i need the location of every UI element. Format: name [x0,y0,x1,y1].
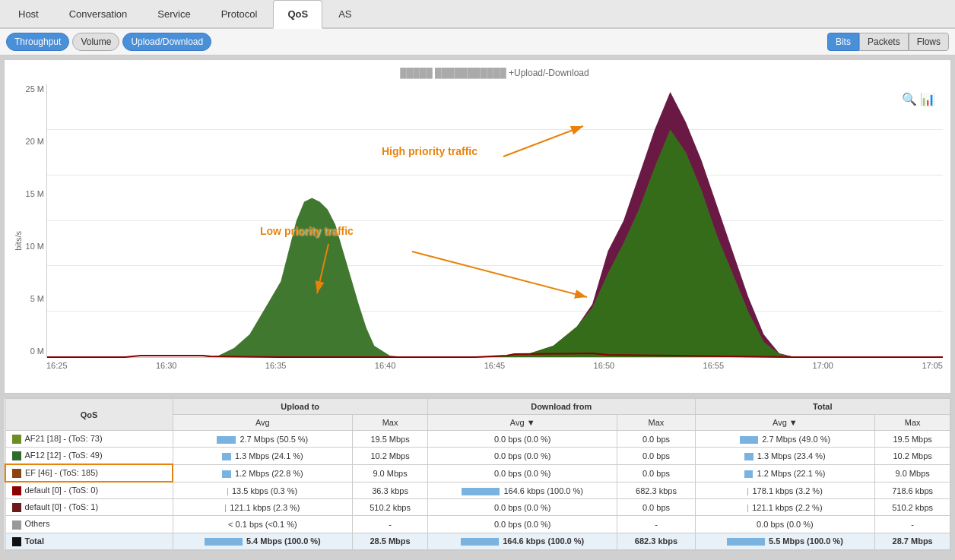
download-max-cell: 0.0 bps [617,499,695,516]
download-max-cell: 682.3 kbps [617,482,695,499]
flows-button[interactable]: Flows [909,33,949,51]
default-traffic-line [47,353,943,357]
qos-label-cell: default [0] - (ToS: 0) [5,482,173,499]
total-bar [744,453,754,460]
upload-avg-cell: 121.1 kbps (2.3 %) [173,499,353,516]
color-swatch [12,486,21,495]
tab-conversation[interactable]: Conversation [55,0,142,27]
x-label-1630: 16:30 [156,361,177,370]
throughput-button[interactable]: Throughput [6,33,69,51]
packets-button[interactable]: Packets [859,33,909,51]
upload-max-cell: 19.5 Mbps [353,431,428,448]
total-max-cell: 28.7 Mbps [875,533,950,549]
upload-avg-cell: 1.2 Mbps (22.8 %) [173,464,353,482]
total-bar [747,505,748,512]
upload-bar [205,538,243,546]
upload-max-cell: 36.3 kbps [353,482,428,499]
table-row[interactable]: AF21 [18] - (ToS: 73)2.7 Mbps (50.5 %)19… [5,431,950,448]
x-label-1640: 16:40 [375,361,396,370]
bits-button[interactable]: Bits [827,33,859,51]
download-bar [462,488,500,495]
total-max-cell: 10.2 Mbps [875,448,950,465]
upload-bar [222,453,231,460]
qos-row-label: default [0] - (ToS: 0) [25,486,99,495]
upload-header: Upload to [173,399,427,415]
upload-bar [227,488,228,495]
total-avg-cell: 121.1 kbps (2.2 %) [695,499,875,516]
x-label-1635: 16:35 [265,361,287,370]
color-swatch [12,451,21,460]
qos-row-label: EF [46] - (ToS: 185) [25,468,98,477]
x-label-1650: 16:50 [594,361,615,370]
y-label-0: 0 M [8,346,44,356]
total-avg-cell: 2.7 Mbps (49.0 %) [695,431,875,448]
x-label-1645: 16:45 [484,361,506,370]
y-label-15: 15 M [8,189,44,198]
af12-area [47,130,943,357]
download-header: Download from [427,399,695,415]
total-max-header: Max [875,415,950,431]
total-header: Total [695,399,950,415]
qos-label-cell: default [0] - (ToS: 1) [5,499,173,516]
table-row[interactable]: AF12 [12] - (ToS: 49)1.3 Mbps (24.1 %)10… [5,448,950,465]
x-label-1625: 16:25 [46,361,68,370]
color-swatch [12,435,21,444]
table-row[interactable]: default [0] - (ToS: 1)121.1 kbps (2.3 %)… [5,499,950,516]
qos-row-label: Others [25,519,50,528]
x-labels: 16:25 16:30 16:35 16:40 16:45 16:50 16:5… [46,361,943,370]
upload-avg-cell: 13.5 kbps (0.3 %) [173,482,353,499]
download-avg-cell: 0.0 bps (0.0 %) [427,448,617,465]
tab-host[interactable]: Host [4,0,53,27]
chart-container: █████ ███████████ +Upload/-Download bits… [4,59,951,394]
sub-toolbar: Throughput Volume Upload/Download Bits P… [0,29,955,55]
chart-title-text: +Upload/-Download [509,68,589,78]
total-bar [747,488,749,495]
qos-label-cell: Others [5,516,173,533]
total-max-cell: 510.2 kbps [875,499,950,516]
upload-avg-cell: 5.4 Mbps (100.0 %) [173,533,353,549]
qos-header: QoS [5,399,173,431]
y-label-25: 25 M [8,84,44,93]
qos-label-cell: Total [5,533,173,549]
tab-as[interactable]: AS [324,0,366,27]
upload-bar [222,470,231,478]
section-header-row: QoS Upload to Download from Total [5,399,950,415]
sub-tab-group: Throughput Volume Upload/Download [6,33,211,51]
table-row[interactable]: EF [46] - (ToS: 185)1.2 Mbps (22.8 %)9.0… [5,464,950,482]
upload-max-cell: 10.2 Mbps [353,448,428,465]
upload-max-cell: - [353,516,428,533]
total-max-cell: 718.6 kbps [875,482,950,499]
total-avg-cell: 0.0 bps (0.0 %) [695,516,875,533]
download-max-header: Max [617,415,695,431]
tab-service[interactable]: Service [143,0,205,27]
upload-download-button[interactable]: Upload/Download [122,33,211,51]
qos-row-label: AF21 [18] - (ToS: 73) [25,434,103,443]
chart-area: 0 M 5 M 10 M 15 M 20 M 25 M High priorit… [46,84,943,358]
download-avg-cell: 0.0 bps (0.0 %) [427,516,617,533]
table-row[interactable]: default [0] - (ToS: 0)13.5 kbps (0.3 %)3… [5,482,950,499]
upload-max-cell: 9.0 Mbps [353,464,428,482]
total-avg-cell: 1.3 Mbps (23.4 %) [695,448,875,465]
tab-qos[interactable]: QoS [273,0,322,29]
upload-max-cell: 510.2 kbps [353,499,428,516]
bar-chart-icon[interactable]: 📊 [920,92,935,106]
upload-avg-cell: 2.7 Mbps (50.5 %) [173,431,353,448]
volume-button[interactable]: Volume [72,33,119,51]
qos-row-label: AF12 [12] - (ToS: 49) [25,451,103,460]
table-row[interactable]: Others< 0.1 bps (<0.1 %)-0.0 bps (0.0 %)… [5,516,950,533]
download-max-cell: - [617,516,695,533]
download-avg-cell: 0.0 bps (0.0 %) [427,499,617,516]
total-avg-cell: 5.5 Mbps (100.0 %) [695,533,875,549]
qos-row-label: default [0] - (ToS: 1) [25,502,99,511]
tab-protocol[interactable]: Protocol [207,0,272,27]
x-label-1700: 17:00 [812,361,833,370]
table-row[interactable]: Total5.4 Mbps (100.0 %)28.5 Mbps164.6 kb… [5,533,950,549]
download-max-cell: 0.0 bps [617,431,695,448]
upload-max-cell: 28.5 Mbps [353,533,428,549]
top-tab-bar: Host Conversation Service Protocol QoS A… [0,0,955,29]
y-label-10: 10 M [8,242,44,251]
zoom-icon[interactable]: 🔍 [902,92,917,106]
upload-avg-cell: 1.3 Mbps (24.1 %) [173,448,353,465]
total-bar [744,470,753,478]
x-label-1655: 16:55 [703,361,725,370]
